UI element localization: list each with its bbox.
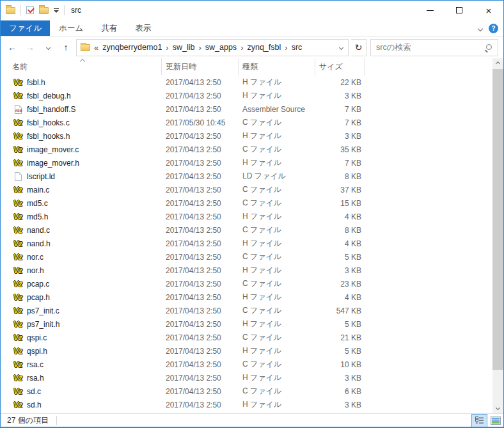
vz-file-icon: Vz	[12, 131, 24, 141]
scroll-up-button[interactable]	[492, 58, 503, 69]
tab-home[interactable]: ホーム	[50, 20, 92, 36]
file-row[interactable]: lscript.ld 2017/04/13 2:50 LD ファイル 8 KB	[1, 170, 492, 183]
vz-file-icon: Vz	[12, 266, 24, 276]
maximize-button[interactable]	[445, 1, 474, 20]
file-name: fsbl.h	[27, 78, 45, 87]
column-header-name[interactable]: 名前	[1, 58, 162, 75]
breadcrumb-separator-icon: ›	[198, 43, 201, 52]
file-row[interactable]: Vz fsbl_hooks.h 2017/04/13 2:50 H ファイル 3…	[1, 129, 492, 143]
file-size: 3 KB	[315, 266, 365, 275]
scroll-down-button[interactable]	[492, 402, 503, 413]
vz-file-icon: Vz	[12, 77, 24, 88]
file-row[interactable]: Vz image_mover.c 2017/04/13 2:50 C ファイル …	[1, 143, 492, 156]
address-box[interactable]: « zynqberrydemo1›sw_lib›sw_apps›zynq_fsb…	[76, 39, 349, 56]
large-icons-view-button[interactable]	[487, 414, 503, 427]
file-name-cell: Vz main.c	[1, 185, 162, 195]
file-row[interactable]: Vz ps7_init.c 2017/04/13 2:50 C ファイル 547…	[1, 304, 492, 317]
file-name-cell: Vz md5.c	[1, 198, 162, 209]
breadcrumb-item[interactable]: src	[292, 43, 303, 52]
file-size: 3 KB	[315, 374, 365, 383]
file-row[interactable]: Vz fsbl.h 2017/04/13 2:50 H ファイル 22 KB	[1, 75, 492, 89]
file-row[interactable]: Vz sd.c 2017/04/13 2:50 C ファイル 6 KB	[1, 384, 492, 398]
titlebar: src ×	[1, 1, 503, 20]
vz-file-icon: Vz	[12, 118, 24, 128]
breadcrumb-item[interactable]: zynqberrydemo1	[102, 43, 162, 52]
file-kind: H ファイル	[239, 238, 315, 249]
file-row[interactable]: Vz qspi.h 2017/04/13 2:50 H ファイル 5 KB	[1, 344, 492, 358]
breadcrumb-item[interactable]: sw_apps	[205, 43, 237, 52]
qat-customize-dropdown[interactable]	[54, 8, 59, 13]
file-date-modified: 2017/04/13 2:50	[162, 132, 239, 141]
file-name: image_mover.c	[27, 145, 79, 154]
tab-file[interactable]: ファイル	[1, 20, 50, 36]
column-header-date-label: 更新日時	[166, 61, 196, 72]
recent-locations-chevron[interactable]	[40, 39, 56, 56]
file-row[interactable]: Vz pcap.h 2017/04/13 2:50 H ファイル 4 KB	[1, 290, 492, 304]
file-row[interactable]: Vz main.c 2017/04/13 2:50 C ファイル 37 KB	[1, 183, 492, 196]
details-view-icon	[475, 416, 484, 425]
file-row[interactable]: Vz nand.c 2017/04/13 2:50 C ファイル 8 KB	[1, 223, 492, 237]
file-size: 7 KB	[315, 105, 365, 114]
file-row[interactable]: Vz pcap.c 2017/04/13 2:50 C ファイル 23 KB	[1, 277, 492, 290]
search-input[interactable]	[376, 43, 481, 52]
address-dropdown-button[interactable]	[334, 40, 348, 56]
refresh-button[interactable]: ↻	[351, 39, 366, 56]
column-header-size[interactable]: サイズ	[315, 58, 365, 75]
file-kind: C ファイル	[239, 386, 315, 397]
file-kind: C ファイル	[239, 278, 315, 289]
back-button[interactable]: ←	[4, 39, 20, 56]
breadcrumb: « zynqberrydemo1›sw_lib›sw_apps›zynq_fsb…	[77, 43, 334, 52]
file-row[interactable]: Vz nor.c 2017/04/13 2:50 C ファイル 5 KB	[1, 250, 492, 264]
file-row[interactable]: Vz nand.h 2017/04/13 2:50 H ファイル 4 KB	[1, 237, 492, 250]
minimize-button[interactable]	[415, 1, 445, 20]
up-button[interactable]: ↑	[58, 39, 74, 56]
qat-new-folder-icon[interactable]	[39, 7, 49, 14]
file-size: 8 KB	[315, 226, 365, 235]
vz-file-icon: Vz	[12, 198, 24, 209]
help-icon[interactable]: ?	[489, 24, 498, 33]
titlebar-left: src	[1, 5, 81, 15]
file-name: fsbl_hooks.c	[27, 118, 70, 127]
file-row[interactable]: Vz rsa.c 2017/04/13 2:50 C ファイル 10 KB	[1, 358, 492, 371]
file-name: qspi.h	[27, 347, 47, 356]
chevron-down-icon	[496, 406, 500, 410]
file-row[interactable]: Vz ps7_init.h 2017/04/13 2:50 H ファイル 5 K…	[1, 317, 492, 331]
qat-properties-icon[interactable]	[26, 6, 34, 14]
tab-view[interactable]: 表示	[126, 20, 160, 36]
file-date-modified: 2017/04/13 2:50	[162, 212, 239, 221]
file-row[interactable]: Vz fsbl_hooks.c 2017/05/30 10:45 C ファイル …	[1, 116, 492, 129]
file-row[interactable]: Vz sd.h 2017/04/13 2:50 H ファイル 3 KB	[1, 398, 492, 411]
tab-share[interactable]: 共有	[92, 20, 126, 36]
details-view-button[interactable]	[471, 414, 487, 427]
column-header-type[interactable]: 種類	[239, 58, 315, 75]
file-name-cell: Vz pcap.c	[1, 279, 162, 289]
file-row[interactable]: Vz image_mover.h 2017/04/13 2:50 H ファイル …	[1, 156, 492, 170]
scrollbar-thumb[interactable]	[492, 69, 503, 370]
forward-button[interactable]: →	[22, 39, 38, 56]
vertical-scrollbar[interactable]	[492, 58, 503, 413]
expand-ribbon-chevron-icon[interactable]	[478, 26, 483, 31]
file-row[interactable]: Vz md5.c 2017/04/13 2:50 C ファイル 15 KB	[1, 196, 492, 210]
breadcrumb-item[interactable]: zynq_fsbl	[247, 43, 281, 52]
file-name: ps7_init.c	[27, 306, 59, 315]
vz-file-icon: Vz	[12, 185, 24, 195]
file-name-cell: Vz fsbl_hooks.c	[1, 118, 162, 128]
file-row[interactable]: Vz nor.h 2017/04/13 2:50 H ファイル 3 KB	[1, 264, 492, 277]
file-name-cell: Vz fsbl_debug.h	[1, 91, 162, 101]
file-date-modified: 2017/04/13 2:50	[162, 387, 239, 396]
file-row[interactable]: Vz md5.h 2017/04/13 2:50 H ファイル 4 KB	[1, 210, 492, 223]
file-row[interactable]: Vz qspi.c 2017/04/13 2:50 C ファイル 21 KB	[1, 331, 492, 344]
close-button[interactable]: ×	[474, 1, 503, 20]
search-icon[interactable]	[485, 44, 492, 51]
file-row[interactable]: fsbl_handoff.S 2017/04/13 2:50 Assembler…	[1, 102, 492, 116]
file-row[interactable]: Vz fsbl_debug.h 2017/04/13 2:50 H ファイル 3…	[1, 89, 492, 102]
file-kind: C ファイル	[239, 359, 315, 370]
file-name: fsbl_hooks.h	[27, 132, 70, 141]
breadcrumb-item[interactable]: sw_lib	[173, 43, 195, 52]
file-kind: LD ファイル	[239, 171, 315, 182]
breadcrumb-overflow[interactable]: «	[94, 43, 98, 52]
file-row[interactable]: Vz rsa.h 2017/04/13 2:50 H ファイル 3 KB	[1, 371, 492, 384]
column-header-date[interactable]: 更新日時	[162, 58, 239, 75]
file-kind: H ファイル	[239, 319, 315, 329]
file-name-cell: Vz ps7_init.h	[1, 319, 162, 329]
